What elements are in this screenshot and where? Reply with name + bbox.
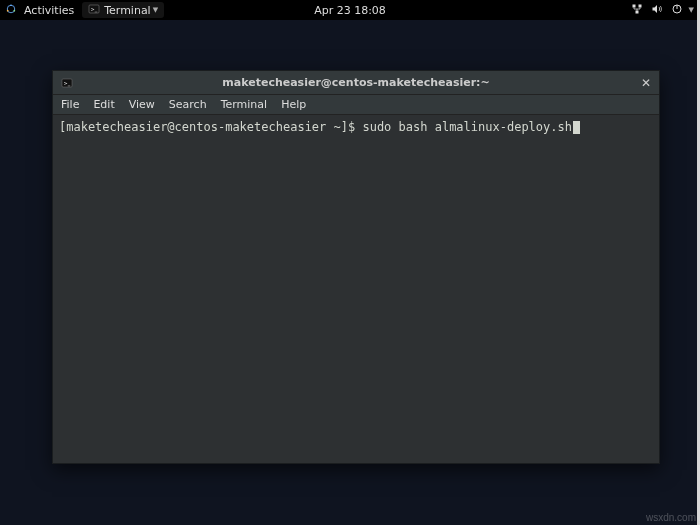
window-menubar: File Edit View Search Terminal Help: [53, 95, 659, 115]
terminal-window: >_ maketecheasier@centos-maketecheasier:…: [52, 70, 660, 464]
svg-rect-6: [632, 4, 635, 7]
app-indicator[interactable]: >_ Terminal ▼: [82, 2, 164, 18]
menu-file[interactable]: File: [61, 98, 79, 111]
svg-text:>_: >_: [64, 79, 71, 86]
network-icon[interactable]: [631, 3, 643, 18]
activities-button[interactable]: Activities: [24, 4, 74, 17]
power-icon[interactable]: [671, 3, 683, 18]
window-titlebar[interactable]: >_ maketecheasier@centos-maketecheasier:…: [53, 71, 659, 95]
svg-point-1: [10, 4, 12, 6]
svg-rect-7: [638, 4, 641, 7]
terminal-prompt: [maketecheasier@centos-maketecheasier ~]…: [59, 120, 362, 134]
os-logo-icon: [6, 4, 16, 17]
app-indicator-label: Terminal: [104, 4, 151, 17]
menu-edit[interactable]: Edit: [93, 98, 114, 111]
terminal-icon: >_: [88, 3, 100, 17]
menu-search[interactable]: Search: [169, 98, 207, 111]
terminal-body[interactable]: [maketecheasier@centos-maketecheasier ~]…: [53, 115, 659, 463]
menu-view[interactable]: View: [129, 98, 155, 111]
watermark: wsxdn.com: [646, 512, 696, 523]
svg-point-2: [7, 9, 9, 11]
menu-terminal[interactable]: Terminal: [221, 98, 268, 111]
window-terminal-icon: >_: [61, 77, 73, 89]
close-button[interactable]: ✕: [641, 76, 651, 90]
svg-point-3: [14, 9, 16, 11]
topbar-left: Activities >_ Terminal ▼: [6, 2, 164, 18]
volume-icon[interactable]: [651, 3, 663, 18]
svg-point-0: [7, 5, 15, 13]
topbar-right: ▼: [631, 3, 694, 18]
menu-help[interactable]: Help: [281, 98, 306, 111]
status-chevron-down-icon[interactable]: ▼: [689, 6, 694, 14]
window-title: maketecheasier@centos-maketecheasier:~: [222, 76, 489, 89]
topbar-clock[interactable]: Apr 23 18:08: [314, 4, 386, 17]
terminal-command: sudo bash almalinux-deploy.sh: [362, 120, 572, 134]
clock-label: Apr 23 18:08: [314, 4, 386, 17]
svg-text:>_: >_: [91, 6, 98, 13]
terminal-cursor: [573, 121, 580, 134]
gnome-topbar: Activities >_ Terminal ▼ Apr 23 18:08 ▼: [0, 0, 700, 20]
chevron-down-icon: ▼: [153, 6, 158, 14]
svg-rect-8: [635, 10, 638, 13]
